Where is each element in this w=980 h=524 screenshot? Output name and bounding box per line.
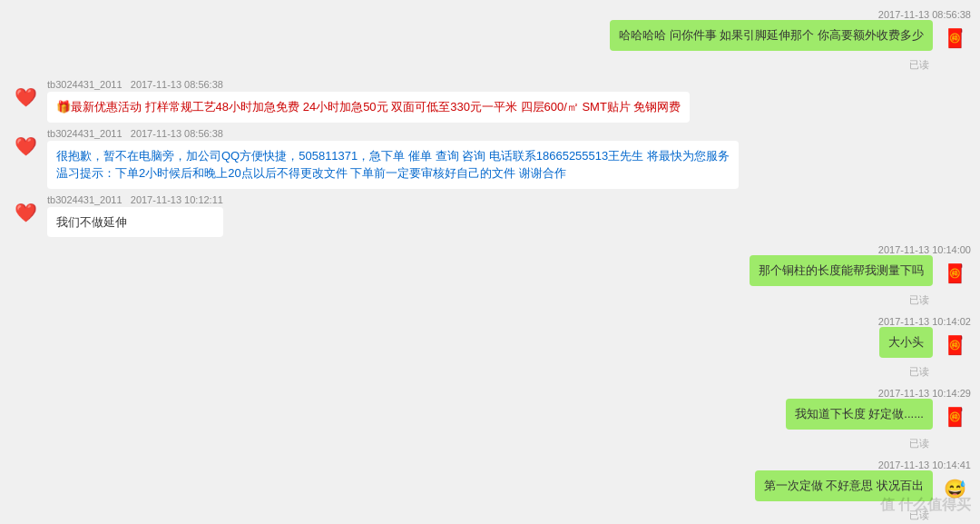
bubble-7: 我知道下长度 好定做...... bbox=[786, 399, 933, 430]
read-indicator-8: 已读 bbox=[909, 509, 929, 522]
username-4: tb3024431_2011 bbox=[47, 194, 122, 205]
timestamp-3: 2017-11-13 08:56:38 bbox=[131, 128, 223, 139]
avatar-right-8: 😅 bbox=[938, 472, 971, 505]
msg-timestamp-5: 2017-11-13 10:14:00 bbox=[878, 244, 971, 255]
avatar-right-5: 🧧 bbox=[938, 257, 971, 290]
msg-row-5: 2017-11-13 10:14:00 🧧 那个铜柱的长度能帮我测量下吗 已读 bbox=[0, 242, 980, 309]
msg-timestamp-1: 2017-11-13 08:56:38 bbox=[878, 9, 971, 20]
msg-timestamp-7: 2017-11-13 10:14:29 bbox=[878, 388, 971, 399]
avatar-left-2: ❤️ bbox=[9, 81, 42, 114]
msg-timestamp-8: 2017-11-13 10:14:41 bbox=[878, 460, 971, 470]
msg-timestamp-6: 2017-11-13 10:14:02 bbox=[878, 316, 971, 327]
bubble-3: 很抱歉，暂不在电脑旁，加公司QQ方便快捷，505811371，急下单 催单 查询… bbox=[47, 141, 739, 189]
msg-row-1: 2017-11-13 08:56:38 🧧 哈哈哈哈 问你件事 如果引脚延伸那个… bbox=[0, 7, 980, 74]
username-3: tb3024431_2011 bbox=[47, 128, 122, 139]
bubble-1: 哈哈哈哈 问你件事 如果引脚延伸那个 你高要额外收费多少 bbox=[610, 20, 933, 51]
bubble-6: 大小头 bbox=[879, 327, 933, 358]
read-indicator-7: 已读 bbox=[909, 437, 929, 450]
read-indicator-1: 已读 bbox=[909, 58, 929, 72]
avatar-left-3: ❤️ bbox=[9, 130, 42, 163]
read-indicator-5: 已读 bbox=[909, 293, 929, 307]
msg-row-2: ❤️ tb3024431_2011 2017-11-13 08:56:38 🎁最… bbox=[0, 79, 980, 123]
username-2: tb3024431_2011 bbox=[47, 79, 122, 90]
bubble-4: 我们不做延伸 bbox=[47, 207, 223, 238]
bubble-5: 那个铜柱的长度能帮我测量下吗 bbox=[750, 255, 933, 286]
msg-row-7: 2017-11-13 10:14:29 🧧 我知道下长度 好定做...... 已… bbox=[0, 386, 980, 452]
bubble-2: 🎁最新优惠活动 打样常规工艺48小时加急免费 24小时加急50元 双面可低至33… bbox=[47, 92, 690, 123]
msg-meta-3: tb3024431_2011 2017-11-13 08:56:38 bbox=[47, 128, 739, 139]
avatar-right-7: 🧧 bbox=[938, 400, 971, 433]
msg-meta-4: tb3024431_2011 2017-11-13 10:12:11 bbox=[47, 194, 223, 205]
msg-row-4: ❤️ tb3024431_2011 2017-11-13 10:12:11 我们… bbox=[0, 194, 980, 238]
msg-row-6: 2017-11-13 10:14:02 🧧 大小头 已读 bbox=[0, 314, 980, 381]
timestamp-2: 2017-11-13 08:56:38 bbox=[131, 79, 223, 90]
bubble-8: 第一次定做 不好意思 状况百出 bbox=[755, 470, 933, 501]
timestamp-4: 2017-11-13 10:12:11 bbox=[131, 194, 223, 205]
avatar-right-1: 🧧 bbox=[938, 22, 971, 54]
chat-container: 2017-11-13 08:56:38 🧧 哈哈哈哈 问你件事 如果引脚延伸那个… bbox=[0, 0, 980, 524]
msg-meta-2: tb3024431_2011 2017-11-13 08:56:38 bbox=[47, 79, 690, 90]
avatar-left-4: ❤️ bbox=[9, 196, 42, 229]
msg-row-3: ❤️ tb3024431_2011 2017-11-13 08:56:38 很抱… bbox=[0, 128, 980, 189]
avatar-right-6: 🧧 bbox=[938, 329, 971, 361]
read-indicator-6: 已读 bbox=[909, 365, 929, 379]
msg-row-8: 2017-11-13 10:14:41 😅 第一次定做 不好意思 状况百出 已读 bbox=[0, 458, 980, 524]
